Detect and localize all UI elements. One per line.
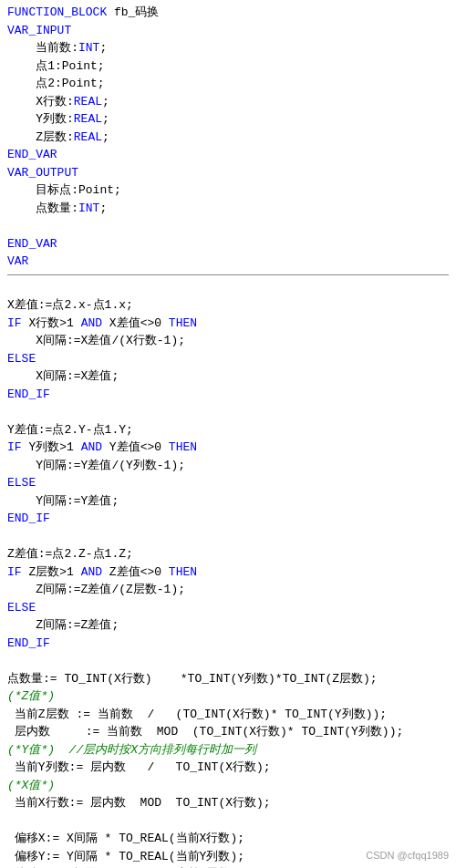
var-keyword: VAR (7, 253, 449, 271)
section-divider (7, 274, 449, 275)
var-input-keyword: VAR_INPUT (7, 22, 449, 40)
code-comment-y: (*Y值*) //层内时按X方向排列每行时加一列 (7, 741, 449, 760)
code-line-else-x: ELSE (7, 350, 449, 368)
code-line-inner: 层内数 := 当前数 MOD (TO_INT(X行数)* TO_INT(Y列数)… (7, 723, 449, 741)
code-line-if-y: IF Y列数>1 AND Y差值<>0 THEN (7, 439, 449, 457)
var-output-1: 目标点:Point; (7, 181, 449, 200)
end-var-output: END_VAR (7, 235, 449, 253)
code-line-z-interval: Z间隔:=Z差值/(Z层数-1); (7, 581, 449, 599)
code-line-cur-x: 当前X行数:= 层内数 MOD TO_INT(X行数); (7, 794, 449, 812)
blank-line-4 (7, 528, 449, 546)
end-var-input: END_VAR (7, 146, 449, 164)
code-line-y-interval-else: Y间隔:=Y差值; (7, 492, 449, 511)
blank-line-3 (7, 403, 449, 421)
blank-line-2 (7, 279, 449, 297)
var-output-keyword: VAR_OUTPUT (7, 164, 449, 182)
code-editor: FUNCTION_BLOCK fb_码换 VAR_INPUT 当前数:INT; … (0, 0, 456, 868)
code-comment-x: (*X值*) (7, 777, 449, 795)
code-comment-z: (*Z值*) (7, 687, 449, 706)
watermark: CSDN @cfqq1989 (366, 850, 449, 861)
blank-line-5 (7, 652, 449, 670)
code-line-end-if-z: END_IF (7, 635, 449, 653)
code-line-cur-z: 当前Z层数 := 当前数 / (TO_INT(X行数)* TO_INT(Y列数)… (7, 706, 449, 724)
code-line-x-diff: X差值:=点2.x-点1.x; (7, 296, 449, 315)
code-line-x-interval-else: X间隔:=X差值; (7, 367, 449, 386)
code-line-if-x: IF X行数>1 AND X差值<>0 THEN (7, 315, 449, 333)
blank-line-6 (7, 812, 449, 831)
function-block-declaration: FUNCTION_BLOCK fb_码换 (7, 4, 449, 22)
code-line-else-z: ELSE (7, 599, 449, 617)
var-output-2: 点数量:INT; (7, 200, 449, 218)
var-input-6: Z层数:REAL; (7, 129, 449, 147)
code-line-y-interval: Y间隔:=Y差值/(Y列数-1); (7, 457, 449, 475)
code-line-x-interval: X间隔:=X差值/(X行数-1); (7, 332, 449, 350)
code-line-else-y: ELSE (7, 474, 449, 492)
var-input-5: Y列数:REAL; (7, 110, 449, 129)
var-input-1: 当前数:INT; (7, 39, 449, 57)
code-line-z-diff: Z差值:=点2.Z-点1.Z; (7, 545, 449, 563)
var-input-3: 点2:Point; (7, 75, 449, 93)
var-input-4: X行数:REAL; (7, 93, 449, 111)
code-line-z-interval-else: Z间隔:=Z差值; (7, 616, 449, 635)
code-line-if-z: IF Z层数>1 AND Z差值<>0 THEN (7, 563, 449, 582)
blank-line-1 (7, 217, 449, 235)
code-line-end-if-x: END_IF (7, 386, 449, 404)
code-line-y-diff: Y差值:=点2.Y-点1.Y; (7, 421, 449, 439)
code-line-end-if-y: END_IF (7, 510, 449, 528)
code-line-count: 点数量:= TO_INT(X行数) *TO_INT(Y列数)*TO_INT(Z层… (7, 670, 449, 688)
var-input-2: 点1:Point; (7, 57, 449, 76)
code-line-cur-y: 当前Y列数:= 层内数 / TO_INT(X行数); (7, 759, 449, 777)
code-line-offset-x: 偏移X:= X间隔 * TO_REAL(当前X行数); (7, 830, 449, 848)
